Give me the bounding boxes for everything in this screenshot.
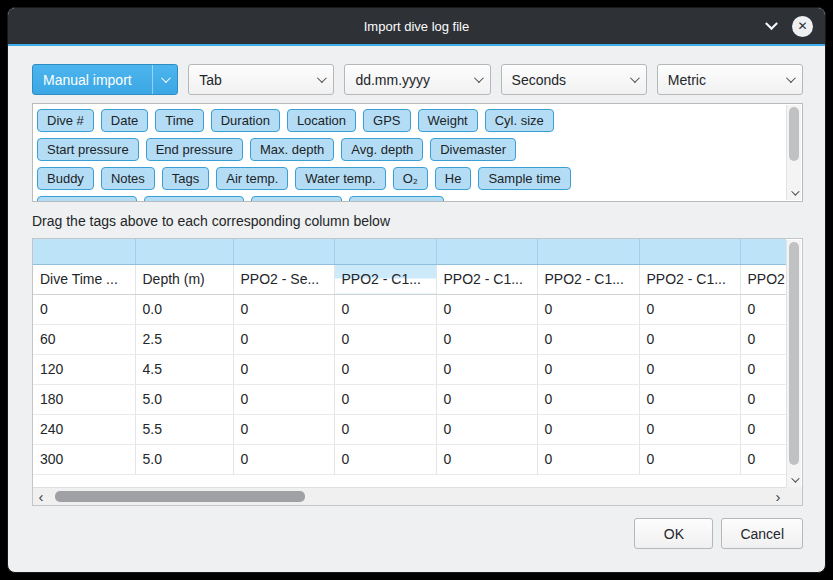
tag-end-pressure[interactable]: End pressure [146,138,243,161]
column-drop-target[interactable] [436,239,537,264]
combo-date-format[interactable]: dd.mm.yyyy [344,64,490,95]
tag-duration[interactable]: Duration [211,109,280,132]
tag-max-depth[interactable]: Max. depth [250,138,334,161]
tag-location[interactable]: Location [287,109,356,132]
table-cell: 0 [537,354,639,384]
chevron-down-icon [474,73,484,83]
table-cell: 0 [33,294,135,324]
table-cell: 0 [436,324,537,354]
tag-tags[interactable]: Tags [162,167,209,190]
scroll-down-button[interactable] [787,472,801,487]
combo-selected-value: Tab [199,72,317,88]
chevron-down-icon [791,474,799,482]
titlebar[interactable]: Import dive log file ✕ [8,8,825,44]
scrollbar-thumb[interactable] [55,491,305,502]
tag-weight[interactable]: Weight [418,109,478,132]
table-cell: 0 [233,354,334,384]
combo-separator [152,65,153,94]
dialog-footer: OK Cancel [8,518,803,549]
combo-import-mode[interactable]: Manual import [32,64,178,95]
tag-row: Dive #DateTimeDurationLocationGPSWeightC… [37,109,782,132]
scroll-down-button[interactable] [787,185,801,200]
chevron-down-icon [765,17,778,30]
scroll-left-button[interactable]: ‹ [33,488,49,505]
column-header: Dive Time ... [33,264,135,294]
tag-buddy[interactable]: Buddy [37,167,94,190]
table-cell: 0 [740,384,786,414]
table-cell: 4.5 [135,354,233,384]
tag-sample-po[interactable]: Sample pO₂ [251,196,341,202]
cancel-button[interactable]: Cancel [721,518,803,549]
tag-gps[interactable]: GPS [363,109,410,132]
import-table: Dive Time ...Depth (m)PPO2 - Se...PPO2 -… [33,239,786,475]
table-cell: 0 [639,384,740,414]
column-drop-target[interactable] [135,239,233,264]
table-panel: Dive Time ...Depth (m)PPO2 - Se...PPO2 -… [32,238,803,506]
chevron-down-icon [786,73,796,83]
tag-avg-depth[interactable]: Avg. depth [341,138,423,161]
tag-divemaster[interactable]: Divemaster [430,138,516,161]
table-cell: 0 [334,444,436,474]
table-cell: 180 [33,384,135,414]
tag-time[interactable]: Time [155,109,203,132]
column-drop-target[interactable] [33,239,135,264]
titlebar-controls: ✕ [767,8,813,44]
tag-water-temp[interactable]: Water temp. [295,167,385,190]
column-drop-target[interactable] [639,239,740,264]
tag-sample-cns[interactable]: Sample CNS [349,196,444,202]
table-row: 602.5000000 [33,324,786,354]
table-horizontal-scrollbar: ‹ › [33,487,786,505]
column-drop-target[interactable] [233,239,334,264]
column-drop-target[interactable] [740,239,786,264]
tag-date[interactable]: Date [101,109,148,132]
scrollbar-thumb[interactable] [789,242,799,465]
chevron-down-icon [791,187,799,195]
table-cell: 0 [233,324,334,354]
column-header: PPO2 - C1... [436,264,537,294]
table-cell: 0 [740,444,786,474]
table-cell: 0 [537,294,639,324]
table-cell: 0 [436,354,537,384]
tag-cyl-size[interactable]: Cyl. size [485,109,554,132]
tag-row: Sample depthSample temp.Sample pO₂Sample… [37,196,782,202]
combo-field-separator[interactable]: Tab [188,64,334,95]
column-header: PPO2 - C1... [639,264,740,294]
tag-sample-time[interactable]: Sample time [478,167,570,190]
table-cell: 0 [334,324,436,354]
column-header: PPO2 - C1... [537,264,639,294]
combo-units[interactable]: Metric [657,64,803,95]
table-cell: 0 [537,444,639,474]
tag-notes[interactable]: Notes [101,167,155,190]
tag-he[interactable]: He [435,167,472,190]
scroll-right-button[interactable]: › [770,488,786,505]
table-cell: 0 [740,294,786,324]
table-cell: 0 [740,324,786,354]
table-cell: 0 [334,294,436,324]
tag-sample-temp[interactable]: Sample temp. [144,196,244,202]
scrollbar-thumb[interactable] [789,107,799,161]
table-cell: 0 [233,414,334,444]
table-cell: 0 [436,384,537,414]
tag-o[interactable]: O₂ [393,167,428,190]
table-cell: 300 [33,444,135,474]
close-button[interactable]: ✕ [792,16,813,37]
column-header: PPO2 - Se... [233,264,334,294]
tag-sample-depth[interactable]: Sample depth [37,196,137,202]
tag-start-pressure[interactable]: Start pressure [37,138,139,161]
chevron-down-icon [317,73,327,83]
table-viewport: Dive Time ...Depth (m)PPO2 - Se...PPO2 -… [33,239,786,487]
table-cell: 0 [639,324,740,354]
table-cell: 0 [740,354,786,384]
tag-dive[interactable]: Dive # [37,109,94,132]
ok-button[interactable]: OK [634,518,713,549]
import-dialog: Import dive log file ✕ Manual importTabd… [7,7,826,573]
column-drop-target[interactable] [334,239,436,264]
table-cell: 0 [639,354,740,384]
table-cell: 240 [33,414,135,444]
tag-air-temp[interactable]: Air temp. [216,167,288,190]
tag-row: BuddyNotesTagsAir temp.Water temp.O₂HeSa… [37,167,782,190]
table-cell: 0 [740,414,786,444]
combo-duration-format[interactable]: Seconds [501,64,647,95]
column-drop-target[interactable] [537,239,639,264]
shade-button[interactable] [767,17,776,35]
